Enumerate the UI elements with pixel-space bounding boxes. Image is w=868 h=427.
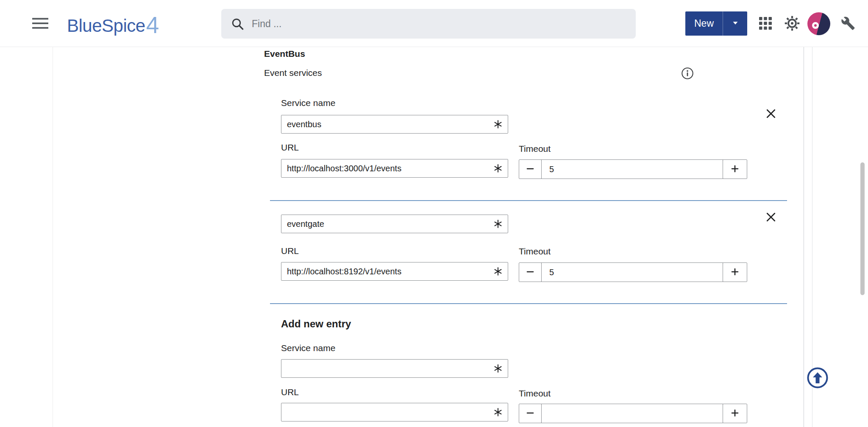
remove-entry-button[interactable]	[763, 106, 779, 122]
grid-icon	[759, 17, 772, 31]
logo-number: 4	[146, 11, 159, 39]
remove-entry-button[interactable]	[763, 209, 779, 226]
arrow-up-circle-icon	[807, 367, 829, 390]
avatar-image	[807, 12, 830, 35]
scroll-to-top-button[interactable]	[807, 367, 829, 389]
service-name-field	[281, 215, 508, 233]
top-bar: BlueSpice 4 New	[0, 0, 868, 47]
url-label: URL	[281, 246, 299, 256]
required-asterisk-icon	[493, 267, 503, 276]
avatar-ring-decoration	[812, 22, 819, 29]
required-asterisk-icon	[493, 364, 503, 373]
required-asterisk-icon	[493, 120, 503, 129]
search-bar[interactable]	[221, 9, 636, 39]
url-input[interactable]	[281, 159, 508, 177]
timeout-increase-button[interactable]	[723, 262, 747, 282]
minus-icon	[525, 164, 535, 175]
close-icon	[765, 107, 777, 121]
timeout-decrease-button[interactable]	[519, 159, 542, 179]
timeout-stepper	[519, 404, 747, 423]
service-name-field	[281, 359, 508, 378]
url-field	[281, 159, 508, 178]
url-label: URL	[281, 387, 299, 397]
logo[interactable]: BlueSpice 4	[67, 10, 159, 36]
user-avatar[interactable]	[807, 12, 830, 35]
hamburger-menu-button[interactable]	[31, 15, 50, 32]
search-input[interactable]	[244, 18, 636, 30]
new-split-button: New	[685, 11, 747, 36]
timeout-input[interactable]	[542, 165, 723, 174]
timeout-input[interactable]	[542, 409, 723, 419]
service-name-input[interactable]	[281, 215, 508, 233]
info-icon	[681, 67, 694, 81]
section-title: EventBus	[264, 49, 305, 59]
entry-divider	[270, 303, 787, 304]
required-asterisk-icon	[493, 164, 503, 173]
chevron-down-icon	[731, 18, 740, 29]
content-right-border-line	[804, 47, 804, 427]
gear-icon	[785, 16, 800, 32]
service-name-label: Service name	[281, 98, 335, 108]
service-name-input[interactable]	[281, 115, 508, 133]
timeout-value-field	[541, 404, 723, 423]
timeout-label: Timeout	[519, 246, 551, 257]
url-input[interactable]	[281, 403, 508, 421]
settings-gear-button[interactable]	[783, 14, 801, 33]
tools-wrench-button[interactable]	[839, 14, 857, 33]
service-name-label: Service name	[281, 343, 335, 353]
timeout-stepper	[519, 159, 747, 179]
hamburger-icon	[32, 17, 48, 31]
search-icon	[231, 17, 244, 31]
sidebar-border-line	[53, 47, 53, 427]
timeout-increase-button[interactable]	[723, 159, 747, 179]
timeout-stepper	[519, 262, 747, 282]
required-asterisk-icon	[493, 407, 503, 417]
apps-grid-button[interactable]	[756, 14, 775, 33]
new-button[interactable]: New	[685, 11, 723, 36]
timeout-value-field	[541, 262, 723, 282]
url-field	[281, 403, 508, 421]
timeout-value-field	[541, 159, 723, 179]
timeout-increase-button[interactable]	[723, 404, 747, 423]
field-group-label: Event services	[264, 68, 322, 78]
url-field	[281, 262, 508, 281]
service-name-input[interactable]	[281, 360, 508, 377]
logo-text: BlueSpice	[67, 16, 145, 36]
timeout-input[interactable]	[542, 268, 723, 277]
url-label: URL	[281, 142, 299, 153]
service-name-field	[281, 115, 508, 134]
required-asterisk-icon	[493, 219, 503, 229]
timeout-label: Timeout	[519, 388, 551, 399]
plus-icon	[730, 408, 740, 419]
vertical-scrollbar[interactable]	[860, 162, 865, 295]
timeout-decrease-button[interactable]	[519, 404, 542, 423]
plus-icon	[730, 267, 740, 278]
plus-icon	[730, 164, 740, 175]
minus-icon	[525, 267, 535, 278]
timeout-label: Timeout	[519, 144, 551, 154]
wrench-icon	[841, 16, 855, 32]
minus-icon	[525, 408, 535, 419]
add-new-entry-title: Add new entry	[281, 318, 351, 330]
entry-divider	[270, 200, 787, 201]
new-dropdown-button[interactable]	[723, 11, 747, 36]
close-icon	[765, 211, 777, 225]
timeout-decrease-button[interactable]	[519, 262, 542, 282]
url-input[interactable]	[281, 262, 508, 280]
info-button[interactable]	[680, 67, 695, 81]
